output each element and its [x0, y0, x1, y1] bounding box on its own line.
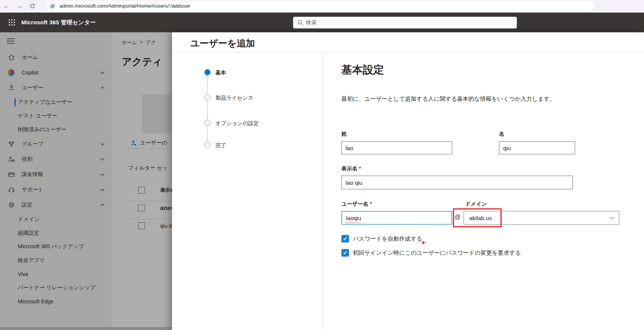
url-text: admin.microsoft.com/Adminportal/Home#/us…	[59, 3, 190, 9]
auto-password-label: パスワードを自動作成する	[353, 235, 422, 243]
step-dot-licenses	[204, 94, 210, 100]
last-name-field[interactable]	[341, 141, 452, 154]
required-asterisk: *	[370, 201, 372, 207]
domain-value: akilab.us	[469, 215, 492, 221]
browser-reload-icon[interactable]	[26, 3, 39, 9]
first-name-field[interactable]	[499, 141, 575, 154]
divider	[172, 52, 644, 52]
step-product-licenses[interactable]: 製品ライセンス	[215, 95, 253, 102]
chevron-down-icon	[609, 216, 614, 220]
auto-password-row: パスワードを自動作成する	[341, 235, 422, 243]
steps-connector	[207, 74, 207, 146]
app-launcher-icon[interactable]	[5, 19, 18, 26]
step-dot-finish	[204, 142, 210, 148]
display-name-label: 表示名*	[341, 165, 361, 172]
step-basics[interactable]: 基本	[215, 70, 226, 76]
username-field[interactable]: laoqiu	[341, 211, 452, 225]
require-password-change-row: 初回サインイン時にこのユーザーにパスワードの変更を要求する	[341, 249, 521, 257]
step-dot-optional	[204, 120, 210, 126]
at-symbol: @	[454, 214, 461, 221]
display-name-field[interactable]	[341, 176, 573, 189]
search-icon	[297, 20, 303, 25]
domain-label: ドメイン	[465, 201, 487, 208]
require-password-change-label: 初回サインイン時にこのユーザーにパスワードの変更を要求する	[353, 249, 521, 257]
browser-toolbar: ← → admin.microsoft.com/Adminportal/Home…	[0, 0, 644, 13]
background-page: ホーム Copilot ユーザー アクティブなユーザー	[0, 32, 644, 330]
step-optional-settings[interactable]: オプションの設定	[215, 120, 259, 127]
required-asterisk: *	[359, 165, 361, 171]
username-value: laoqiu	[346, 215, 361, 221]
section-description: 最初に、ユーザーとして追加する人に関する基本的な情報をいくつか入力します。	[341, 95, 555, 103]
step-finish[interactable]: 完了	[215, 142, 226, 149]
last-name-label: 姓	[341, 131, 347, 138]
app-header: Microsoft 365 管理センター 検索	[0, 13, 644, 32]
app-title: Microsoft 365 管理センター	[21, 19, 96, 26]
step-dot-basics	[204, 69, 210, 75]
annotation-plus-marker: +	[421, 239, 426, 247]
address-bar[interactable]: admin.microsoft.com/Adminportal/Home#/us…	[46, 1, 595, 11]
section-heading: 基本設定	[341, 63, 384, 77]
divider	[322, 52, 323, 330]
username-label: ユーザー名*	[341, 201, 372, 208]
add-user-panel: ユーザーを追加 基本 製品ライセンス オプションの設定 完了 基本設定 最初に、…	[172, 32, 644, 330]
search-placeholder: 検索	[306, 19, 317, 26]
site-info-icon[interactable]	[49, 2, 56, 10]
global-search-input[interactable]: 検索	[293, 17, 517, 29]
require-password-change-checkbox[interactable]	[341, 249, 349, 257]
browser-back-icon[interactable]: ←	[0, 2, 13, 10]
auto-password-checkbox[interactable]	[341, 235, 349, 243]
domain-select[interactable]: akilab.us	[464, 211, 619, 225]
screen: ← → admin.microsoft.com/Adminportal/Home…	[0, 0, 644, 330]
panel-title: ユーザーを追加	[190, 37, 255, 49]
first-name-label: 名	[499, 131, 504, 138]
browser-forward-icon[interactable]: →	[13, 2, 26, 10]
